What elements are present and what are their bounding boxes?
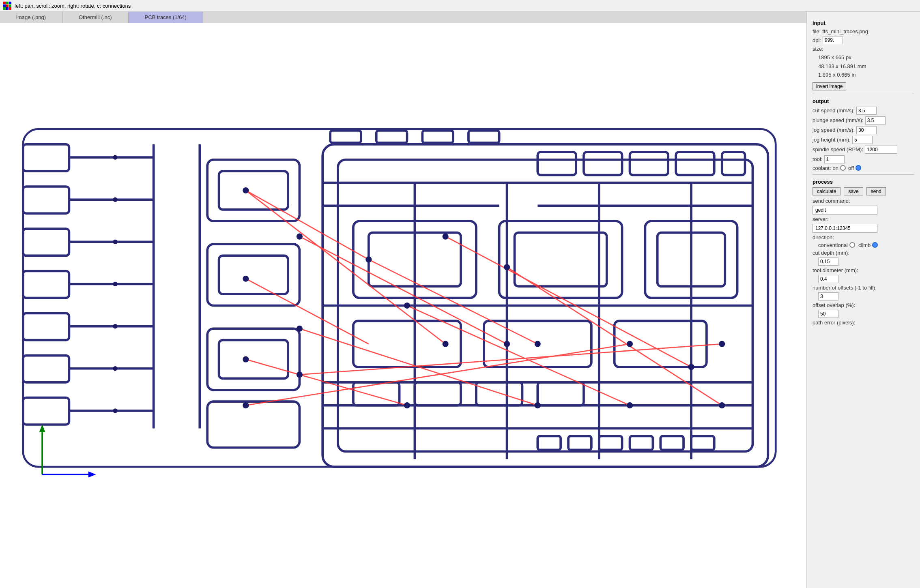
- svg-point-91: [504, 341, 510, 347]
- svg-point-99: [113, 155, 117, 159]
- svg-point-86: [404, 303, 410, 309]
- tab-image[interactable]: image (.png): [0, 12, 62, 23]
- invert-image-button[interactable]: invert image: [813, 82, 846, 90]
- svg-point-102: [113, 282, 117, 286]
- plunge-speed-input[interactable]: [865, 116, 886, 124]
- tool-diameter-row: tool diameter (mm):: [813, 267, 914, 273]
- tab-othermill[interactable]: Othermill (.nc): [62, 12, 129, 23]
- main-layout: image (.png) Othermill (.nc) PCB traces …: [0, 12, 920, 588]
- coolant-row: coolant: on off: [813, 165, 914, 171]
- offset-overlap-input[interactable]: [818, 310, 838, 318]
- spindle-speed-label: spindle speed (RPM):: [813, 146, 863, 152]
- app-icon: [3, 2, 11, 10]
- save-button[interactable]: save: [844, 187, 863, 195]
- jog-speed-row: jog speed (mm/s):: [813, 126, 914, 134]
- svg-point-79: [243, 276, 249, 282]
- tool-row: tool:: [813, 155, 914, 163]
- right-panel: input file: fts_mini_traces.png dpi: siz…: [806, 12, 920, 588]
- process-buttons-row: calculate save send: [813, 187, 914, 195]
- direction-options-row: conventional climb: [818, 242, 914, 248]
- size-block: 1895 x 665 px 48.133 x 16.891 mm 1.895 x…: [813, 54, 914, 79]
- spindle-speed-input[interactable]: [865, 146, 897, 154]
- size-px: 1895 x 665 px: [818, 54, 914, 62]
- svg-point-94: [627, 341, 633, 347]
- size-label: size:: [813, 46, 823, 52]
- svg-point-92: [535, 341, 541, 347]
- server-row: server:: [813, 216, 914, 222]
- send-button[interactable]: send: [866, 187, 886, 195]
- path-error-row: path error (pixels):: [813, 320, 914, 326]
- send-command-input[interactable]: [813, 206, 877, 215]
- num-offsets-row: number of offsets (-1 to fill):: [813, 285, 914, 291]
- num-offsets-label: number of offsets (-1 to fill):: [813, 285, 877, 291]
- svg-point-81: [243, 402, 249, 408]
- canvas-area[interactable]: [0, 23, 806, 588]
- hint-text: left: pan, scroll: zoom, right: rotate, …: [15, 3, 131, 9]
- server-label: server:: [813, 216, 829, 222]
- path-error-label: path error (pixels):: [813, 320, 855, 326]
- left-panel: image (.png) Othermill (.nc) PCB traces …: [0, 12, 806, 588]
- size-mm: 48.133 x 16.891 mm: [818, 62, 914, 71]
- cut-depth-input[interactable]: [818, 258, 838, 266]
- climb-label: climb: [858, 242, 871, 248]
- invert-row: invert image: [813, 81, 914, 90]
- tool-label: tool:: [813, 156, 823, 162]
- svg-point-97: [719, 341, 725, 347]
- coolant-on-label: on: [833, 165, 838, 171]
- coolant-off-radio[interactable]: [856, 165, 861, 171]
- svg-point-103: [113, 324, 117, 328]
- file-value: fts_mini_traces.png: [822, 28, 868, 34]
- server-input[interactable]: [813, 224, 877, 233]
- svg-point-83: [297, 326, 303, 332]
- num-offsets-input[interactable]: [818, 292, 838, 300]
- pcb-canvas: [0, 23, 806, 588]
- svg-point-88: [443, 234, 449, 240]
- cut-depth-label: cut depth (mm):: [813, 250, 849, 256]
- direction-label: direction:: [813, 234, 834, 240]
- svg-point-101: [113, 240, 117, 244]
- jog-speed-input[interactable]: [856, 126, 877, 134]
- jog-height-row: jog height (mm):: [813, 136, 914, 144]
- tab-bar: image (.png) Othermill (.nc) PCB traces …: [0, 12, 806, 23]
- jog-height-input[interactable]: [852, 136, 873, 144]
- send-command-row: send command:: [813, 198, 914, 204]
- coolant-off-label: off: [848, 165, 854, 171]
- jog-height-label: jog height (mm):: [813, 137, 851, 143]
- file-label: file:: [813, 28, 821, 34]
- conventional-radio[interactable]: [849, 242, 855, 248]
- coolant-on-radio[interactable]: [840, 165, 846, 171]
- size-in: 1.895 x 0.665 in: [818, 71, 914, 79]
- svg-point-85: [365, 256, 372, 262]
- svg-point-98: [719, 402, 725, 408]
- cut-speed-input[interactable]: [856, 107, 877, 115]
- conventional-label: conventional: [818, 242, 848, 248]
- tool-diameter-label: tool diameter (mm):: [813, 267, 858, 273]
- svg-point-93: [535, 402, 541, 408]
- coolant-label: coolant:: [813, 165, 831, 171]
- dpi-row: dpi:: [813, 36, 914, 44]
- direction-row: direction:: [813, 234, 914, 240]
- file-row: file: fts_mini_traces.png: [813, 28, 914, 34]
- cut-speed-label: cut speed (mm/s):: [813, 107, 855, 114]
- svg-point-80: [243, 356, 249, 362]
- input-section-title: input: [813, 20, 914, 26]
- svg-point-78: [243, 187, 249, 193]
- spindle-speed-row: spindle speed (RPM):: [813, 146, 914, 154]
- svg-point-87: [404, 402, 410, 408]
- tab-pcbtraces[interactable]: PCB traces (1/64): [129, 12, 203, 23]
- climb-radio[interactable]: [872, 242, 878, 248]
- tool-diameter-input[interactable]: [818, 275, 838, 283]
- svg-point-84: [297, 371, 303, 378]
- svg-point-96: [688, 364, 694, 370]
- offset-overlap-row: offset overlap (%):: [813, 302, 914, 308]
- calculate-button[interactable]: calculate: [813, 187, 840, 195]
- svg-point-90: [504, 264, 510, 270]
- tool-input[interactable]: [824, 155, 845, 163]
- dpi-input[interactable]: [823, 36, 843, 44]
- cut-speed-row: cut speed (mm/s):: [813, 107, 914, 115]
- jog-speed-label: jog speed (mm/s):: [813, 127, 855, 133]
- svg-point-95: [627, 402, 633, 408]
- svg-point-105: [113, 408, 117, 413]
- top-bar: left: pan, scroll: zoom, right: rotate, …: [0, 0, 920, 12]
- plunge-speed-row: plunge speed (mm/s):: [813, 116, 914, 124]
